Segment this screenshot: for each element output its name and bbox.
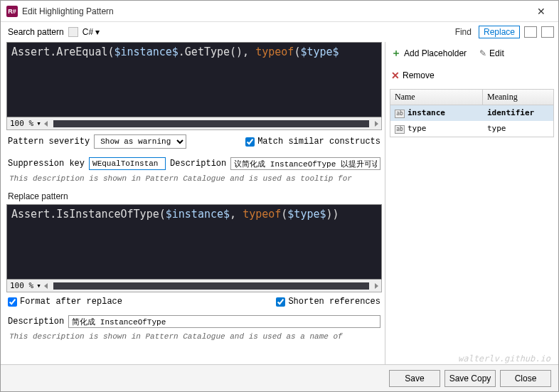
description-hint: This description is shown in Pattern Cat… [6, 174, 382, 187]
suppression-key-input[interactable] [89, 157, 166, 170]
placeholder-table: Name Meaning abinstanceidentifierabtypet… [390, 89, 554, 137]
language-icon[interactable] [68, 27, 78, 37]
search-editor-statusbar: 100 % ▾ [6, 117, 382, 130]
save-button[interactable]: Save [389, 370, 440, 387]
scroll-right-icon[interactable] [375, 121, 378, 127]
match-similar-checkbox[interactable]: Match similar constructs [245, 137, 380, 147]
description-label: Description [170, 159, 226, 169]
replace-editor-statusbar: 100 % ▾ [6, 280, 382, 292]
add-placeholder-button[interactable]: ＋ Add Placeholder [390, 45, 468, 62]
remove-placeholder-button[interactable]: ✕ Remove [390, 68, 436, 83]
pencil-icon: ✎ [479, 48, 486, 58]
window-title: Edit Highlighting Pattern [22, 6, 114, 16]
tool-icon-2[interactable] [541, 26, 554, 38]
language-selector[interactable]: C# ▾ [82, 27, 100, 37]
close-button[interactable]: Close [500, 370, 551, 387]
remove-icon: ✕ [391, 70, 400, 81]
replace-description-label: Description [8, 317, 64, 327]
horizontal-scrollbar[interactable] [53, 120, 369, 127]
col-meaning[interactable]: Meaning [483, 90, 553, 105]
table-row[interactable]: abtypetype [390, 121, 553, 137]
replace-tab[interactable]: Replace [479, 26, 520, 38]
shorten-references-checkbox[interactable]: Shorten references [276, 297, 380, 307]
zoom-level[interactable]: 100 % [10, 119, 33, 128]
table-row[interactable]: abinstanceidentifier [390, 105, 553, 121]
replace-description-hint: This description is shown in Pattern Cat… [6, 332, 382, 345]
search-pattern-editor[interactable]: Assert.AreEqual($instance$.GetType(), ty… [6, 42, 382, 117]
replace-pattern-editor[interactable]: Assert.IsInstanceOfType($instance$, type… [6, 204, 382, 280]
scroll-left-icon[interactable] [44, 121, 48, 127]
save-copy-button[interactable]: Save Copy [444, 370, 496, 387]
severity-select[interactable]: Show as warning [94, 134, 186, 149]
scroll-left-icon[interactable] [44, 283, 48, 289]
app-icon: R# [6, 6, 18, 17]
zoom-dropdown-icon[interactable]: ▾ [36, 119, 41, 128]
toolbar: Search pattern C# ▾ Find Replace [1, 22, 558, 42]
search-pattern-label: Search pattern [8, 27, 64, 37]
table-header: Name Meaning [390, 90, 553, 105]
format-after-replace-checkbox[interactable]: Format after replace [8, 297, 122, 307]
edit-placeholder-button[interactable]: ✎ Edit [478, 45, 506, 62]
tool-icon-1[interactable] [524, 26, 537, 38]
horizontal-scrollbar[interactable] [53, 282, 369, 290]
placeholder-type-icon: ab [395, 110, 405, 118]
titlebar: R# Edit Highlighting Pattern ✕ [1, 1, 558, 22]
severity-label: Pattern severity [8, 137, 90, 147]
zoom-dropdown-icon[interactable]: ▾ [36, 281, 41, 290]
suppression-key-label: Suppression key [8, 159, 85, 169]
plus-icon: ＋ [391, 47, 401, 60]
scroll-right-icon[interactable] [375, 283, 378, 289]
replace-description-input[interactable] [68, 315, 380, 328]
watermark: walterlv.github.io [458, 354, 550, 364]
replace-pattern-label: Replace pattern [6, 187, 382, 204]
placeholder-type-icon: ab [395, 125, 405, 134]
col-name[interactable]: Name [390, 90, 483, 105]
find-tab[interactable]: Find [452, 26, 474, 38]
footer: Save Save Copy Close [1, 364, 558, 391]
close-icon[interactable]: ✕ [530, 3, 553, 20]
zoom-level-replace[interactable]: 100 % [10, 281, 33, 290]
description-input[interactable] [230, 157, 380, 170]
